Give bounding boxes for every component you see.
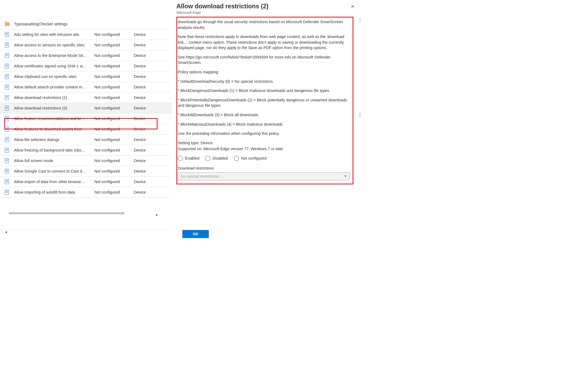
settings-row[interactable]: Allow download restrictions (1)Not confi… <box>0 92 172 103</box>
setting-state: Not configured <box>94 106 134 110</box>
settings-row[interactable]: Allow full screen modeNot configuredDevi… <box>0 156 172 166</box>
setting-name: Allow access to sensors on specific site… <box>14 43 94 47</box>
desc-option: * BlockMaliciousDownloads (4) = Block ma… <box>178 122 350 127</box>
setting-type: Device <box>134 74 172 79</box>
document-icon <box>5 106 14 111</box>
settings-row[interactable]: Ads setting for sites with intrusive ads… <box>0 29 172 40</box>
settings-rows: TyposquattingChecker settingsAds setting… <box>0 19 172 198</box>
ok-button[interactable]: OK <box>182 230 209 238</box>
settings-row[interactable]: Allow import of data from other browse…N… <box>0 177 172 187</box>
chevron-down-icon: ▼ <box>344 174 347 178</box>
setting-name: Allow certificates signed using SHA-1 w… <box>14 64 94 68</box>
close-icon[interactable]: ✕ <box>351 4 354 9</box>
settings-row[interactable]: Allow download restrictions (2)Not confi… <box>0 103 172 114</box>
details-pane: ✕ Allow download restrictions (2) \Micro… <box>172 0 361 241</box>
panel-breadcrumb: \Microsoft Edge <box>176 11 353 15</box>
settings-row[interactable]: Allow default search provider context m…… <box>0 82 172 92</box>
radio-label: Enabled <box>185 156 199 161</box>
settings-row[interactable]: Allow certificates signed using SHA-1 w…… <box>0 61 172 71</box>
settings-row[interactable]: Allow file selection dialogsNot configur… <box>0 135 172 145</box>
settings-row[interactable]: TyposquattingChecker settings <box>0 19 172 29</box>
settings-row[interactable]: Allow feature recommendations and br…Not… <box>0 114 172 124</box>
document-icon <box>5 190 14 195</box>
setting-name: Allow clipboard use on specific sites <box>14 74 94 79</box>
settings-row[interactable]: Allow Google Cast to connect to Cast d…N… <box>0 166 172 177</box>
document-icon <box>5 148 14 153</box>
desc-paragraph: Use the preceding information when confi… <box>178 131 350 136</box>
setting-type: Device <box>134 95 172 100</box>
setting-name: Ads setting for sites with intrusive ads <box>14 32 94 37</box>
document-icon <box>5 169 14 174</box>
document-icon <box>5 53 14 58</box>
radio-label: Not configured <box>241 156 267 161</box>
download-restrictions-dropdown[interactable]: No special restrictions ▼ <box>178 172 350 180</box>
radio-disabled[interactable]: Disabled <box>205 156 228 161</box>
setting-type: Device <box>134 116 172 121</box>
setting-name: Allow Google Cast to connect to Cast d… <box>14 169 94 173</box>
setting-state: Not configured <box>94 32 134 37</box>
setting-state: Not configured <box>94 169 134 173</box>
document-icon <box>5 95 14 100</box>
setting-name: Allow access to the Enterprise Mode Sit… <box>14 53 94 58</box>
setting-type: Device <box>134 64 172 68</box>
settings-row[interactable]: Allow access to the Enterprise Mode Sit…… <box>0 50 172 61</box>
horizontal-scrollbar[interactable]: ◀ ▶ <box>5 212 166 215</box>
setting-state: Not configured <box>94 85 134 89</box>
setting-name: Allow importing of autofill form data <box>14 190 94 194</box>
description-box: downloads go through the usual security … <box>176 17 353 184</box>
setting-name: Allow download restrictions (1) <box>14 95 94 100</box>
setting-type: Device <box>134 106 172 110</box>
setting-type: Device <box>134 85 172 89</box>
scroll-left-arrow-icon[interactable]: ◀ <box>5 212 176 233</box>
scroll-right-arrow-icon[interactable]: ▶ <box>151 212 166 216</box>
setting-name: Allow import of data from other browse… <box>14 180 94 184</box>
document-icon <box>5 116 14 121</box>
settings-row[interactable]: Allow importing of autofill form dataNot… <box>0 187 172 198</box>
setting-type: Device <box>134 159 172 163</box>
scrollbar-thumb[interactable] <box>9 212 125 214</box>
vertical-scroll-indicator[interactable] <box>360 17 360 23</box>
document-icon <box>5 127 14 132</box>
setting-state: Not configured <box>94 43 134 47</box>
document-icon <box>5 43 14 47</box>
vertical-scroll-indicator[interactable] <box>360 112 360 118</box>
dropdown-value: No special restrictions <box>181 174 219 179</box>
setting-type: Device <box>134 32 172 37</box>
desc-paragraph: Policy options mapping: <box>178 69 350 75</box>
setting-type: Device <box>134 53 172 58</box>
settings-row[interactable]: Allow features to download assets from …… <box>0 124 172 135</box>
setting-state: Not configured <box>94 95 134 100</box>
panel-title: Allow download restrictions (2) <box>176 3 353 10</box>
radio-not-configured[interactable]: Not configured <box>234 156 267 161</box>
setting-state: Not configured <box>94 53 134 58</box>
desc-option: * BlockDangerousDownloads (1) = Block ma… <box>178 88 350 94</box>
setting-type: Device <box>134 137 172 142</box>
radio-enabled[interactable]: Enabled <box>178 156 199 161</box>
document-icon <box>5 137 14 142</box>
setting-type: Device <box>134 148 172 152</box>
setting-type: Device <box>134 180 172 184</box>
divider <box>0 230 172 230</box>
settings-row[interactable]: Allow freezing of background tabs (obs…N… <box>0 145 172 156</box>
setting-name: TyposquattingChecker settings <box>14 22 94 26</box>
setting-type: Device <box>134 190 172 194</box>
settings-list-pane: TyposquattingChecker settingsAds setting… <box>0 0 172 241</box>
radio-circle-icon <box>234 156 239 161</box>
desc-paragraph: Note that these restrictions apply to do… <box>178 34 350 51</box>
desc-option: * DefaultDownloadSecurity (0) = No speci… <box>178 79 350 84</box>
settings-row[interactable]: Allow access to sensors on specific site… <box>0 40 172 50</box>
setting-state: Not configured <box>94 116 134 121</box>
setting-name: Allow download restrictions (2) <box>14 106 94 110</box>
setting-name: Allow freezing of background tabs (obs… <box>14 148 94 152</box>
setting-state: Not configured <box>94 148 134 152</box>
desc-paragraph: downloads go through the usual security … <box>178 19 350 30</box>
document-icon <box>5 74 14 79</box>
settings-row[interactable]: Allow clipboard use on specific sitesNot… <box>0 71 172 82</box>
folder-icon <box>5 22 14 26</box>
setting-name: Allow full screen mode <box>14 159 94 163</box>
desc-option: * BlockAllDownloads (3) = Block all down… <box>178 112 350 118</box>
desc-paragraph: See https://go.microsoft.com/fwlink/?lin… <box>178 54 350 66</box>
document-icon <box>5 85 14 90</box>
radio-circle-icon <box>205 156 210 161</box>
setting-state: Not configured <box>94 190 134 194</box>
